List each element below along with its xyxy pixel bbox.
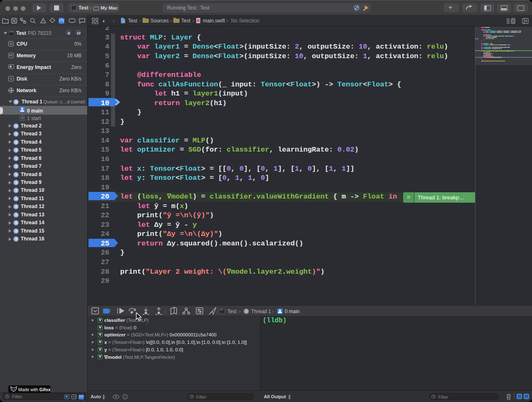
svg-text:i: i <box>125 395 126 399</box>
